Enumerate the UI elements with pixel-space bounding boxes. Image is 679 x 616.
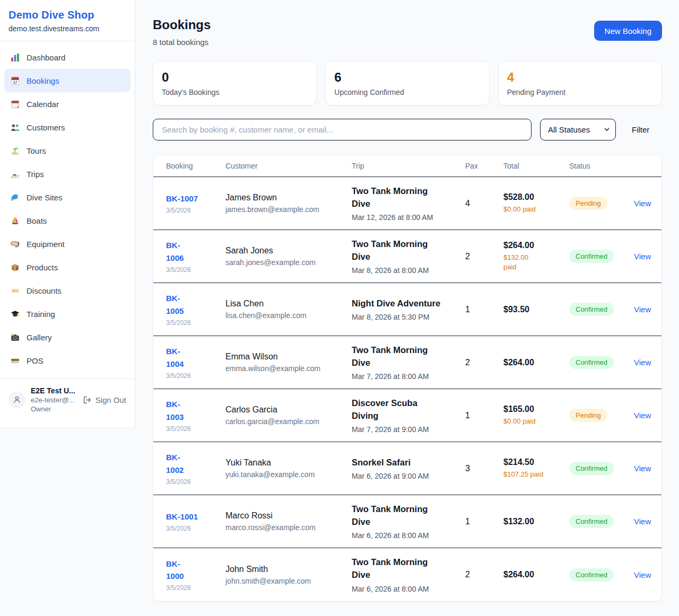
status-select-wrap: All Statuses — [540, 119, 616, 140]
trip-name: Two Tank Morning Dive — [352, 185, 465, 210]
sidebar-item-label: Calendar — [27, 100, 59, 109]
view-link[interactable]: View — [634, 411, 651, 420]
trip-time: Mar 7, 2026 at 8:00 AM — [352, 372, 465, 381]
sidebar-item-boats[interactable]: Boats — [4, 209, 130, 232]
person-icon — [13, 395, 21, 404]
customer-cell: Carlos Garcia carlos.garcia@example.com — [225, 405, 352, 426]
sidebar-item-gallery[interactable]: Gallery — [4, 325, 130, 349]
tear-calendar-icon — [11, 100, 20, 109]
total-amount: $93.50 — [503, 305, 569, 314]
view-link[interactable]: View — [634, 358, 651, 367]
trip-name: Two Tank Morning Dive — [352, 503, 465, 529]
table-row: BK-1007 3/5/2026 James Brown james.brown… — [153, 177, 661, 230]
total-bookings-count: 8 total bookings — [153, 38, 211, 47]
stats-row: 0 Today's Bookings 6 Upcoming Confirmed … — [153, 61, 662, 105]
user-role: Owner — [31, 405, 77, 413]
status-cell: Pending — [569, 409, 634, 422]
total-amount: $214.50 — [503, 457, 569, 467]
booking-number-link[interactable]: BK- 1006 — [166, 239, 225, 264]
status-cell: Confirmed — [569, 462, 634, 475]
view-link[interactable]: View — [634, 252, 651, 261]
sidebar-item-training[interactable]: Training — [4, 302, 130, 325]
booking-number-link[interactable]: BK- 1003 — [166, 398, 225, 423]
table-row: BK- 1003 3/5/2026 Carlos Garcia carlos.g… — [153, 389, 661, 442]
customer-cell: Lisa Chen lisa.chen@example.com — [225, 299, 352, 320]
stat-value: 4 — [507, 71, 653, 84]
status-select[interactable]: All Statuses — [540, 119, 616, 140]
user-email: e2e-tester@... — [31, 396, 77, 404]
status-badge: Confirmed — [569, 250, 614, 263]
sidebar-item-dashboard[interactable]: Dashboard — [4, 46, 130, 69]
booking-date: 3/5/2026 — [166, 319, 225, 327]
sidebar: Demo Dive Shop demo.test.divestreams.com… — [0, 0, 135, 428]
new-booking-button[interactable]: New Booking — [594, 21, 662, 41]
sidebar-nav: Dashboard 17 Bookings Calendar Customers… — [0, 41, 135, 376]
customer-cell: Sarah Jones sarah.jones@example.com — [225, 246, 352, 267]
status-cell: Confirmed — [569, 568, 634, 582]
booking-cell: BK- 1003 3/5/2026 — [166, 398, 225, 433]
sidebar-item-label: Discounts — [27, 286, 62, 295]
sidebar-item-trips[interactable]: Trips — [4, 162, 130, 186]
sidebar-item-dive-sites[interactable]: Dive Sites — [4, 186, 130, 209]
island-icon — [11, 146, 20, 155]
wave-icon — [11, 193, 20, 202]
customer-email: lisa.chen@example.com — [225, 311, 352, 320]
people-icon — [11, 123, 20, 132]
booking-cell: BK-1001 3/5/2026 — [166, 511, 225, 532]
view-link[interactable]: View — [634, 517, 651, 526]
svg-text:17: 17 — [13, 80, 18, 84]
customer-email: carlos.garcia@example.com — [225, 417, 352, 426]
booking-number-link[interactable]: BK- 1005 — [166, 292, 225, 317]
sign-out-button[interactable]: Sign Out — [83, 395, 126, 404]
sidebar-item-pos[interactable]: POS — [4, 349, 130, 372]
booking-number-link[interactable]: BK- 1000 — [166, 558, 225, 583]
pax-value: 2 — [465, 358, 503, 367]
sidebar-item-equipment[interactable]: Equipment — [4, 232, 130, 256]
table-row: BK-1001 3/5/2026 Marco Rossi marco.rossi… — [153, 495, 661, 548]
trip-name: Two Tank Morning Dive — [352, 556, 465, 582]
search-input[interactable] — [153, 119, 532, 140]
sidebar-item-bookings[interactable]: 17 Bookings — [4, 69, 130, 92]
view-link[interactable]: View — [634, 305, 651, 314]
sidebar-item-tours[interactable]: Tours — [4, 139, 130, 162]
logout-icon — [83, 395, 92, 404]
trip-cell: Two Tank Morning Dive Mar 8, 2026 at 8:0… — [352, 238, 465, 275]
trip-time: Mar 8, 2026 at 5:30 PM — [352, 313, 465, 321]
sidebar-item-label: Equipment — [27, 240, 65, 249]
table-row: BK- 1005 3/5/2026 Lisa Chen lisa.chen@ex… — [153, 283, 661, 336]
table-header-row: Booking Customer Trip Pax Total Status — [153, 155, 661, 177]
credit-card-icon — [11, 356, 20, 365]
booking-number-link[interactable]: BK- 1004 — [166, 345, 225, 370]
status-badge: Confirmed — [569, 356, 614, 369]
booking-cell: BK- 1000 3/5/2026 — [166, 558, 225, 592]
sidebar-item-discounts[interactable]: Discounts — [4, 279, 130, 302]
booking-date: 3/5/2026 — [166, 207, 225, 214]
booking-number-link[interactable]: BK-1001 — [166, 511, 225, 523]
filter-button[interactable]: Filter — [624, 121, 657, 138]
view-link[interactable]: View — [634, 199, 651, 208]
total-amount: $132.00 — [503, 517, 569, 526]
trip-name: Two Tank Morning Dive — [352, 344, 465, 369]
customer-cell: Yuki Tanaka yuki.tanaka@example.com — [225, 458, 352, 479]
booking-number-link[interactable]: BK-1007 — [166, 192, 225, 205]
trip-cell: Night Dive Adventure Mar 8, 2026 at 5:30… — [352, 297, 465, 322]
customer-name: James Brown — [225, 193, 352, 203]
sidebar-item-label: Bookings — [27, 76, 59, 85]
view-link[interactable]: View — [634, 570, 651, 579]
view-link[interactable]: View — [634, 464, 651, 473]
table-row: BK- 1004 3/5/2026 Emma Wilson emma.wilso… — [153, 336, 661, 389]
total-amount: $528.00 — [503, 192, 569, 202]
paid-amount: $107.25 paid — [503, 470, 569, 479]
bar-chart-icon — [11, 53, 20, 62]
status-badge: Confirmed — [569, 462, 614, 475]
sidebar-item-label: Boats — [27, 216, 47, 225]
sidebar-item-products[interactable]: Products — [4, 256, 130, 279]
main-content: Bookings 8 total bookings New Booking 0 … — [135, 0, 679, 616]
paid-amount: $0.00 paid — [503, 417, 569, 426]
diving-mask-icon — [11, 240, 20, 249]
sidebar-item-customers[interactable]: Customers — [4, 116, 130, 139]
sidebar-item-calendar[interactable]: Calendar — [4, 92, 130, 116]
trip-name: Night Dive Adventure — [352, 297, 465, 310]
booking-number-link[interactable]: BK- 1002 — [166, 451, 225, 476]
table-row: BK- 1000 3/5/2026 John Smith john.smith@… — [153, 548, 661, 601]
